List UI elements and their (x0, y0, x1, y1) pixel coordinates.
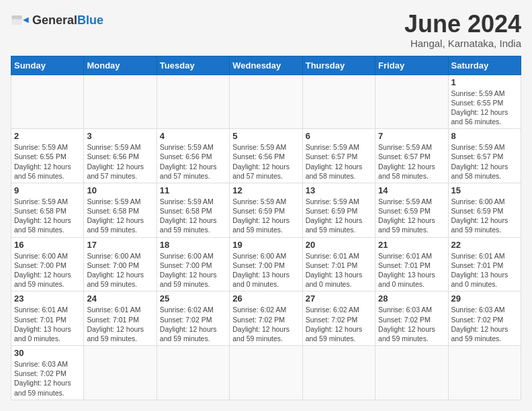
calendar-cell (84, 75, 157, 129)
weekday-header-row: SundayMondayTuesdayWednesdayThursdayFrid… (11, 56, 521, 75)
day-info: Sunrise: 5:59 AM Sunset: 6:56 PM Dayligh… (232, 142, 299, 181)
day-info: Sunrise: 5:59 AM Sunset: 6:55 PM Dayligh… (14, 142, 81, 181)
calendar-cell (230, 75, 302, 129)
calendar-cell (302, 75, 375, 129)
day-number: 20 (306, 240, 372, 250)
day-number: 15 (451, 185, 518, 195)
calendar-week-2: 9Sunrise: 5:59 AM Sunset: 6:58 PM Daylig… (11, 183, 521, 237)
day-info: Sunrise: 6:00 AM Sunset: 6:59 PM Dayligh… (451, 197, 518, 235)
day-number: 10 (87, 185, 153, 195)
day-number: 5 (232, 131, 299, 141)
day-number: 26 (232, 293, 299, 304)
weekday-header-tuesday: Tuesday (157, 56, 229, 75)
day-info: Sunrise: 5:59 AM Sunset: 6:59 PM Dayligh… (306, 197, 372, 235)
day-number: 27 (306, 293, 372, 304)
calendar-week-3: 16Sunrise: 6:00 AM Sunset: 7:00 PM Dayli… (11, 237, 521, 291)
day-number: 16 (14, 240, 81, 250)
day-number: 11 (160, 185, 226, 195)
calendar-table: SundayMondayTuesdayWednesdayThursdayFrid… (11, 56, 521, 400)
weekday-header-monday: Monday (84, 56, 157, 75)
day-number: 24 (87, 293, 153, 304)
calendar-cell (230, 346, 302, 400)
day-info: Sunrise: 5:59 AM Sunset: 6:58 PM Dayligh… (160, 197, 226, 235)
day-number: 2 (14, 131, 81, 141)
calendar-cell: 8Sunrise: 5:59 AM Sunset: 6:57 PM Daylig… (448, 129, 521, 183)
logo-icon (11, 11, 30, 30)
calendar-cell: 22Sunrise: 6:01 AM Sunset: 7:01 PM Dayli… (448, 237, 521, 291)
day-info: Sunrise: 5:59 AM Sunset: 6:58 PM Dayligh… (14, 197, 81, 235)
day-info: Sunrise: 5:59 AM Sunset: 6:57 PM Dayligh… (451, 142, 518, 181)
calendar-cell: 19Sunrise: 6:00 AM Sunset: 7:00 PM Dayli… (230, 237, 302, 291)
calendar-title: June 2024 (404, 11, 521, 38)
calendar-cell: 20Sunrise: 6:01 AM Sunset: 7:01 PM Dayli… (302, 237, 375, 291)
day-info: Sunrise: 6:01 AM Sunset: 7:01 PM Dayligh… (378, 251, 445, 289)
calendar-cell: 6Sunrise: 5:59 AM Sunset: 6:57 PM Daylig… (302, 129, 375, 183)
calendar-cell: 24Sunrise: 6:01 AM Sunset: 7:01 PM Dayli… (84, 291, 157, 346)
calendar-cell: 11Sunrise: 5:59 AM Sunset: 6:58 PM Dayli… (157, 183, 229, 237)
day-info: Sunrise: 6:01 AM Sunset: 7:01 PM Dayligh… (87, 305, 153, 343)
calendar-week-1: 2Sunrise: 5:59 AM Sunset: 6:55 PM Daylig… (11, 129, 521, 183)
weekday-header-friday: Friday (375, 56, 448, 75)
day-number: 13 (306, 185, 372, 195)
day-info: Sunrise: 5:59 AM Sunset: 6:58 PM Dayligh… (87, 197, 153, 235)
calendar-cell: 23Sunrise: 6:01 AM Sunset: 7:01 PM Dayli… (11, 291, 84, 346)
calendar-cell: 12Sunrise: 5:59 AM Sunset: 6:59 PM Dayli… (230, 183, 302, 237)
day-info: Sunrise: 6:01 AM Sunset: 7:01 PM Dayligh… (451, 251, 518, 289)
calendar-cell (84, 346, 157, 400)
calendar-cell: 21Sunrise: 6:01 AM Sunset: 7:01 PM Dayli… (375, 237, 448, 291)
day-number: 30 (14, 348, 81, 358)
day-info: Sunrise: 6:02 AM Sunset: 7:02 PM Dayligh… (232, 305, 299, 343)
weekday-header-wednesday: Wednesday (230, 56, 302, 75)
day-info: Sunrise: 5:59 AM Sunset: 6:57 PM Dayligh… (306, 142, 372, 181)
day-info: Sunrise: 5:59 AM Sunset: 6:55 PM Dayligh… (451, 89, 518, 127)
calendar-cell: 18Sunrise: 6:00 AM Sunset: 7:00 PM Dayli… (157, 237, 229, 291)
calendar-cell: 15Sunrise: 6:00 AM Sunset: 6:59 PM Dayli… (448, 183, 521, 237)
calendar-cell: 29Sunrise: 6:03 AM Sunset: 7:02 PM Dayli… (448, 291, 521, 346)
day-info: Sunrise: 6:01 AM Sunset: 7:01 PM Dayligh… (306, 251, 372, 289)
day-number: 29 (451, 293, 518, 304)
calendar-week-4: 23Sunrise: 6:01 AM Sunset: 7:01 PM Dayli… (11, 291, 521, 346)
calendar-cell (375, 75, 448, 129)
calendar-cell: 2Sunrise: 5:59 AM Sunset: 6:55 PM Daylig… (11, 129, 84, 183)
calendar-cell (157, 75, 229, 129)
calendar-cell: 3Sunrise: 5:59 AM Sunset: 6:56 PM Daylig… (84, 129, 157, 183)
day-number: 6 (306, 131, 372, 141)
day-info: Sunrise: 6:01 AM Sunset: 7:01 PM Dayligh… (14, 305, 81, 343)
calendar-cell: 25Sunrise: 6:02 AM Sunset: 7:02 PM Dayli… (157, 291, 229, 346)
logo-text: GeneralBlue (32, 13, 103, 28)
svg-marker-2 (23, 17, 28, 23)
logo: GeneralBlue (11, 11, 103, 30)
day-number: 28 (378, 293, 445, 304)
day-number: 7 (378, 131, 445, 141)
calendar-cell: 13Sunrise: 5:59 AM Sunset: 6:59 PM Dayli… (302, 183, 375, 237)
day-info: Sunrise: 5:59 AM Sunset: 6:57 PM Dayligh… (378, 142, 445, 181)
day-info: Sunrise: 6:03 AM Sunset: 7:02 PM Dayligh… (378, 305, 445, 343)
calendar-cell (375, 346, 448, 400)
calendar-cell: 27Sunrise: 6:02 AM Sunset: 7:02 PM Dayli… (302, 291, 375, 346)
calendar-subtitle: Hangal, Karnataka, India (404, 38, 521, 49)
calendar-cell (302, 346, 375, 400)
day-number: 4 (160, 131, 226, 141)
calendar-cell: 16Sunrise: 6:00 AM Sunset: 7:00 PM Dayli… (11, 237, 84, 291)
day-number: 17 (87, 240, 153, 250)
day-info: Sunrise: 6:00 AM Sunset: 7:00 PM Dayligh… (14, 251, 81, 289)
day-info: Sunrise: 6:02 AM Sunset: 7:02 PM Dayligh… (306, 305, 372, 343)
calendar-cell: 28Sunrise: 6:03 AM Sunset: 7:02 PM Dayli… (375, 291, 448, 346)
day-number: 22 (451, 240, 518, 250)
day-number: 14 (378, 185, 445, 195)
day-number: 12 (232, 185, 299, 195)
day-number: 19 (232, 240, 299, 250)
calendar-header: GeneralBlue June 2024 Hangal, Karnataka,… (11, 11, 521, 49)
calendar-cell: 14Sunrise: 5:59 AM Sunset: 6:59 PM Dayli… (375, 183, 448, 237)
calendar-cell (11, 75, 84, 129)
calendar-cell: 4Sunrise: 5:59 AM Sunset: 6:56 PM Daylig… (157, 129, 229, 183)
day-info: Sunrise: 5:59 AM Sunset: 6:56 PM Dayligh… (160, 142, 226, 181)
day-number: 23 (14, 293, 81, 304)
svg-rect-1 (11, 15, 21, 19)
day-info: Sunrise: 6:00 AM Sunset: 7:00 PM Dayligh… (160, 251, 226, 289)
calendar-cell: 1Sunrise: 5:59 AM Sunset: 6:55 PM Daylig… (448, 75, 521, 129)
day-info: Sunrise: 6:00 AM Sunset: 7:00 PM Dayligh… (232, 251, 299, 289)
weekday-header-saturday: Saturday (448, 56, 521, 75)
calendar-cell (448, 346, 521, 400)
calendar-cell: 26Sunrise: 6:02 AM Sunset: 7:02 PM Dayli… (230, 291, 302, 346)
